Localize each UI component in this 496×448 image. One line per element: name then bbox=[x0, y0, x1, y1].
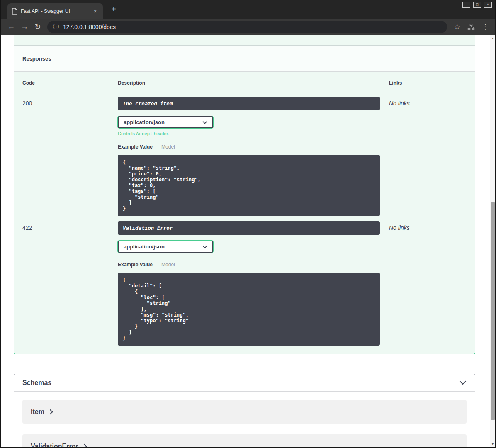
document-icon bbox=[12, 8, 17, 15]
chevron-down-icon bbox=[202, 245, 207, 248]
response-links: No links bbox=[389, 221, 467, 346]
chevron-down-icon bbox=[202, 121, 207, 124]
window-controls: — □ × bbox=[462, 2, 492, 8]
response-row-200: 200 The created item application/json bbox=[22, 91, 467, 216]
star-icon: ☆ bbox=[454, 22, 460, 31]
controls-accept-note: Controls Accept header. bbox=[118, 131, 389, 136]
browser-titlebar: Fast API - Swagger UI × + — □ × bbox=[1, 0, 495, 19]
refresh-icon: ↻ bbox=[34, 22, 41, 32]
col-header-description: Description bbox=[118, 80, 389, 86]
menu-button[interactable]: ⋮ bbox=[479, 21, 491, 33]
response-description-text: Validation Error bbox=[123, 225, 173, 231]
minimize-icon: — bbox=[464, 3, 468, 7]
schemas-header[interactable]: Schemas bbox=[14, 374, 475, 392]
flowchart-button[interactable] bbox=[465, 21, 477, 33]
tab-title: Fast API - Swagger UI bbox=[21, 8, 92, 14]
refresh-button[interactable]: ↻ bbox=[32, 21, 44, 33]
model-name: ValidationError bbox=[31, 443, 78, 448]
col-header-links: Links bbox=[389, 80, 467, 86]
url-text: 127.0.0.1:8000/docs bbox=[63, 24, 116, 30]
responses-title: Responses bbox=[22, 56, 51, 62]
media-type-select[interactable]: application/json bbox=[118, 116, 213, 128]
scroll-down-arrow-icon[interactable]: ▼ bbox=[490, 441, 495, 447]
window-minimize-button[interactable]: — bbox=[462, 2, 470, 8]
page-scrollbar[interactable]: ▲ ▼ bbox=[490, 35, 495, 447]
close-icon: × bbox=[487, 3, 489, 7]
toolbar-actions: ☆ ⋮ bbox=[451, 21, 491, 33]
tab-example-value[interactable]: Example Value bbox=[118, 144, 153, 150]
example-json-block: { "detail": [ { "loc": [ "string" ], "ms… bbox=[118, 273, 380, 346]
info-icon[interactable]: ⓘ bbox=[53, 23, 59, 31]
response-description-cell: Validation Error application/json Exampl… bbox=[118, 221, 389, 346]
back-icon: ← bbox=[7, 22, 15, 31]
browser-tab[interactable]: Fast API - Swagger UI × bbox=[7, 3, 103, 19]
response-code: 200 bbox=[22, 97, 118, 216]
response-description-text: The created item bbox=[123, 100, 173, 107]
response-links: No links bbox=[389, 97, 467, 216]
window-close-button[interactable]: × bbox=[484, 2, 492, 8]
tabs-divider bbox=[157, 262, 157, 268]
scrollbar-thumb[interactable] bbox=[491, 202, 495, 420]
tab-close-icon[interactable]: × bbox=[92, 7, 99, 15]
responses-table-head: Code Description Links bbox=[22, 80, 467, 91]
tab-model[interactable]: Model bbox=[161, 144, 175, 150]
model-validationerror[interactable]: ValidationError bbox=[22, 434, 467, 447]
tab-example-value[interactable]: Example Value bbox=[118, 262, 153, 268]
browser-window: Fast API - Swagger UI × + — □ × ← → ↻ ⓘ … bbox=[0, 0, 496, 448]
response-description-box: Validation Error bbox=[118, 221, 380, 235]
scroll-up-arrow-icon[interactable]: ▲ bbox=[490, 35, 495, 41]
opblock-post: Responses Code Description Links 200 The… bbox=[14, 35, 475, 354]
response-code: 422 bbox=[22, 221, 118, 346]
response-description-box: The created item bbox=[118, 97, 380, 110]
chevron-right-icon bbox=[83, 443, 87, 448]
media-type-select[interactable]: application/json bbox=[118, 241, 213, 253]
forward-icon: → bbox=[21, 22, 28, 31]
responses-table: Code Description Links 200 The created i… bbox=[14, 72, 475, 354]
schemas-body: Item ValidationError bbox=[14, 392, 475, 447]
chevron-right-icon bbox=[49, 409, 53, 415]
swagger-page: Responses Code Description Links 200 The… bbox=[1, 35, 495, 447]
page-content: Responses Code Description Links 200 The… bbox=[1, 35, 490, 447]
media-type-value: application/json bbox=[124, 119, 165, 125]
back-button[interactable]: ← bbox=[5, 21, 17, 33]
maximize-icon: □ bbox=[476, 3, 478, 7]
model-name: Item bbox=[31, 408, 44, 416]
bookmark-button[interactable]: ☆ bbox=[451, 21, 463, 33]
forward-button[interactable]: → bbox=[18, 21, 31, 33]
tabs-divider bbox=[157, 144, 157, 150]
col-header-code: Code bbox=[22, 80, 118, 86]
responses-header: Responses bbox=[14, 46, 475, 72]
flowchart-icon bbox=[467, 23, 475, 31]
address-bar[interactable]: ⓘ 127.0.0.1:8000/docs bbox=[47, 21, 447, 33]
kebab-menu-icon: ⋮ bbox=[482, 22, 489, 31]
media-type-value: application/json bbox=[124, 243, 165, 250]
model-item[interactable]: Item bbox=[22, 400, 467, 424]
example-model-tabs: Example Value Model bbox=[118, 144, 389, 150]
response-description-cell: The created item application/json Contro… bbox=[118, 97, 389, 216]
schemas-title: Schemas bbox=[22, 379, 51, 387]
browser-toolbar: ← → ↻ ⓘ 127.0.0.1:8000/docs ☆ ⋮ bbox=[1, 19, 495, 35]
opblock-upper-cut bbox=[14, 35, 475, 46]
chevron-down-icon[interactable] bbox=[459, 380, 467, 385]
window-maximize-button[interactable]: □ bbox=[473, 2, 481, 8]
response-row-422: 422 Validation Error application/json bbox=[22, 216, 467, 346]
example-json-block: { "name": "string", "price": 0, "descrip… bbox=[118, 155, 380, 216]
schemas-section: Schemas Item ValidationError bbox=[14, 374, 475, 447]
tab-model[interactable]: Model bbox=[161, 262, 175, 268]
example-model-tabs: Example Value Model bbox=[118, 262, 389, 268]
new-tab-button[interactable]: + bbox=[109, 5, 119, 13]
